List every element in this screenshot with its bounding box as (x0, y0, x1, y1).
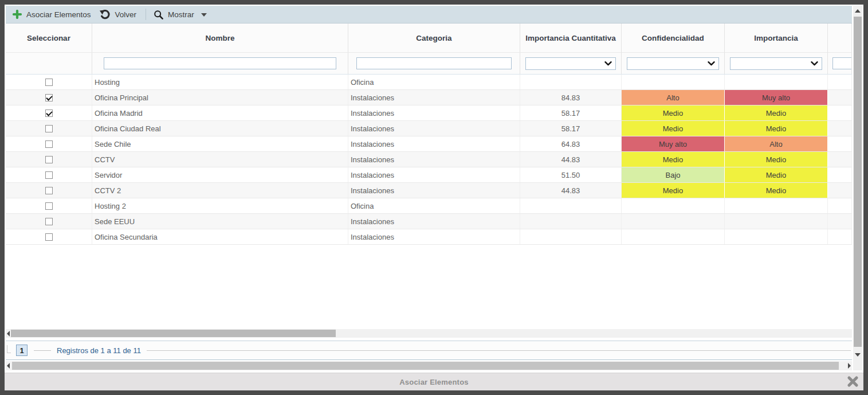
page-1-button[interactable]: 1 (16, 345, 28, 356)
row-checkbox[interactable] (45, 218, 53, 225)
mostrar-label: Mostrar (168, 10, 194, 19)
confidencialidad-cell (622, 198, 725, 213)
confidencialidad-cell (622, 214, 725, 229)
volver-button[interactable]: Volver (100, 10, 137, 19)
filter-cell-categoria (348, 53, 520, 74)
importancia-cell (725, 198, 828, 213)
importancia-cuantitativa-cell (520, 75, 622, 89)
importancia-cell: Medio (725, 121, 828, 136)
categoria-cell: Oficina (348, 75, 520, 89)
confidencialidad-filter-select[interactable] (627, 57, 719, 70)
seleccionar-cell (6, 121, 92, 136)
column-header-confidencialidad[interactable]: Confidencialidad (622, 24, 725, 53)
vertical-scrollbar (853, 6, 862, 370)
row-checkbox[interactable] (45, 202, 53, 210)
records-summary: Registros de 1 a 11 de 11 (57, 346, 141, 355)
confidencialidad-cell: Alto (622, 90, 725, 105)
vertical-scrollbar-thumb[interactable] (854, 17, 862, 347)
column-header-importancia[interactable]: Importancia (725, 24, 828, 53)
table-body: Hosting Oficina Oficina Principal Instal… (6, 75, 852, 245)
confidencialidad-cell: Medio (622, 183, 725, 198)
importancia-cell: Medio (725, 152, 828, 167)
nombre-filter-input[interactable] (104, 57, 336, 69)
seleccionar-cell (6, 167, 92, 182)
table-row: Sede Chile Instalaciones 64.83 Muy alto … (6, 136, 852, 152)
asociar-elementos-button[interactable]: Asociar Elementos (13, 10, 91, 19)
row-checkbox[interactable] (45, 187, 53, 194)
toolbar-separator (146, 9, 146, 20)
importancia-cuantitativa-cell: 51.50 (520, 167, 622, 182)
chevron-down-icon (604, 61, 612, 66)
table-row: Oficina Madrid Instalaciones 58.17 Medio… (6, 105, 852, 121)
filter-cell-partial (828, 53, 852, 74)
nombre-cell: Hosting 2 (92, 198, 348, 213)
importancia-cuantitativa-cell: 44.83 (520, 183, 622, 198)
empty-cell (828, 105, 852, 120)
empty-cell (828, 121, 852, 136)
scroll-up-arrow-icon[interactable] (855, 9, 861, 13)
nombre-cell: Sede Chile (92, 136, 348, 151)
table-horizontal-scrollbar (6, 329, 852, 338)
categoria-filter-input[interactable] (356, 57, 512, 69)
table-row: Oficina Ciudad Real Instalaciones 58.17 … (6, 121, 852, 136)
pager: 1 Registros de 1 a 11 de 11 (6, 341, 852, 360)
nombre-cell: Oficina Principal (92, 90, 348, 105)
confidencialidad-cell (622, 75, 725, 89)
column-header-importancia-cuantitativa[interactable]: Importancia Cuantitativa (520, 24, 622, 53)
importancia-cuantitativa-cell: 64.83 (520, 136, 622, 151)
importancia-cuantitativa-cell (520, 214, 622, 229)
empty-cell (828, 198, 852, 213)
close-icon[interactable] (847, 376, 859, 388)
extra-filter-input[interactable] (832, 57, 852, 69)
row-checkbox[interactable] (45, 79, 53, 86)
scroll-right-arrow-icon[interactable] (848, 363, 851, 369)
scroll-left-arrow-icon[interactable] (7, 331, 10, 337)
importancia-cuantitativa-cell: 44.83 (520, 152, 622, 167)
scroll-left-arrow-icon[interactable] (7, 363, 10, 369)
importancia-cuantitativa-cell (520, 198, 622, 213)
categoria-cell: Instalaciones (348, 105, 520, 120)
importancia-cuantitativa-cell: 58.17 (520, 121, 622, 136)
table-row: Servidor Instalaciones 51.50 Bajo Medio (6, 167, 852, 183)
row-checkbox[interactable] (45, 125, 53, 132)
categoria-cell: Instalaciones (348, 214, 520, 229)
chevron-down-icon (708, 61, 715, 66)
nombre-cell: Sede EEUU (92, 214, 348, 229)
row-checkbox[interactable] (45, 156, 53, 163)
importancia-filter-select[interactable] (730, 57, 822, 70)
row-checkbox[interactable] (45, 94, 53, 101)
column-header-seleccionar[interactable]: Seleccionar (6, 24, 92, 53)
table-row: Hosting 2 Oficina (6, 198, 852, 214)
chevron-down-icon (201, 13, 207, 17)
confidencialidad-cell: Medio (622, 105, 725, 120)
table-horizontal-scrollbar-thumb[interactable] (11, 330, 336, 337)
window-horizontal-scrollbar-thumb[interactable] (12, 362, 839, 370)
categoria-cell: Instalaciones (348, 90, 520, 105)
table-row: Sede EEUU Instalaciones (6, 214, 852, 229)
row-checkbox[interactable] (45, 233, 53, 241)
row-checkbox[interactable] (45, 171, 53, 179)
pager-corner-decoration (7, 345, 11, 353)
empty-cell (828, 90, 852, 105)
volver-label: Volver (115, 10, 137, 19)
scroll-down-arrow-icon[interactable] (855, 353, 861, 357)
nombre-cell: Oficina Ciudad Real (92, 121, 348, 136)
row-checkbox[interactable] (45, 109, 53, 117)
row-checkbox[interactable] (45, 140, 53, 148)
importancia-cell: Muy alto (725, 90, 828, 105)
column-header-nombre[interactable]: Nombre (92, 24, 348, 53)
nombre-cell: Oficina Madrid (92, 105, 348, 120)
seleccionar-cell (6, 183, 92, 198)
filter-cell-nombre (92, 53, 348, 74)
categoria-cell: Oficina (348, 198, 520, 213)
mostrar-button[interactable]: Mostrar (154, 10, 207, 19)
importancia-cuantitativa-cell: 58.17 (520, 105, 622, 120)
nombre-cell: CCTV 2 (92, 183, 348, 198)
importancia-cuantitativa-filter-select[interactable] (525, 57, 616, 70)
dialog-frame: Asociar Elementos Volver (0, 0, 868, 395)
column-header-categoria[interactable]: Categoria (348, 24, 520, 53)
categoria-cell: Instalaciones (348, 183, 520, 198)
main-panel: Asociar Elementos Volver (5, 5, 863, 390)
undo-icon (100, 10, 111, 19)
empty-cell (828, 152, 852, 167)
